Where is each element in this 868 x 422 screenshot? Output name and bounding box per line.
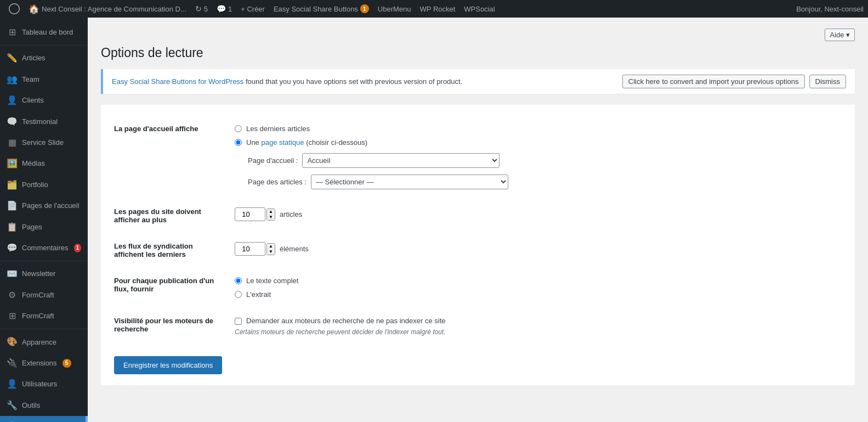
flux-spinner: ▲ ▼: [266, 243, 275, 255]
articles-spinner-down[interactable]: ▼: [267, 215, 275, 220]
noindex-checkbox-wrap: Demander aux moteurs de recherche de ne …: [235, 317, 842, 325]
flux-suffix: éléments: [280, 245, 309, 253]
radio-excerpt-label: L'extrait: [246, 290, 271, 299]
radio-page-input[interactable]: [235, 139, 242, 146]
sidebar-item-apparence[interactable]: 🎨 Apparence: [0, 331, 88, 352]
noindex-hint: Certains moteurs de recherche peuvent dé…: [235, 328, 842, 336]
sidebar-item-tableau-de-bord[interactable]: ⊞ Tableau de bord: [0, 22, 88, 43]
adminbar-user: Bonjour, Next-conseil: [796, 5, 864, 13]
form-wrap: La page d'accueil affiche Les derniers a…: [101, 105, 855, 385]
page-articles-row: Page des articles : — Sélectionner —: [248, 175, 842, 189]
dismiss-button[interactable]: Dismiss: [809, 75, 847, 88]
page-statique-link[interactable]: page statique: [261, 138, 304, 147]
sidebar-item-newsletter[interactable]: ✉️ Newsletter: [0, 263, 88, 284]
radio-posts-label: Les derniers articles: [246, 125, 310, 133]
commentaires-icon: 💬: [7, 242, 18, 254]
adminbar-create[interactable]: + Créer: [236, 0, 269, 18]
save-button[interactable]: Enregistrer les modifications: [114, 356, 222, 374]
articles-count-input[interactable]: 10: [235, 207, 265, 221]
flux-count-input[interactable]: 10: [235, 242, 265, 256]
sidebar-item-clients[interactable]: 👤 Clients: [0, 90, 88, 111]
medias-icon: 🖼️: [7, 157, 18, 170]
extensions-badge: 5: [63, 359, 71, 368]
sidebar-item-extensions[interactable]: 🔌 Extensions 5: [0, 353, 88, 374]
articles-spinner-up[interactable]: ▲: [267, 209, 275, 215]
newsletter-icon: ✉️: [7, 268, 18, 280]
row-publication: Pour chaque publication d'un flux, fourn…: [114, 268, 842, 308]
pages-icon: 📋: [7, 221, 18, 233]
aide-bar: Aide ▾: [101, 29, 855, 41]
flux-number-wrap: 10 ▲ ▼ éléments: [235, 242, 842, 256]
radio-derniers-articles: Les derniers articles: [235, 125, 842, 133]
row-articles-par-page: Les pages du site doivent afficher au pl…: [114, 199, 842, 233]
formcraft2-icon: ⊞: [7, 310, 18, 322]
notice-bar: Easy Social Share Buttons for WordPress …: [101, 69, 855, 94]
convert-button[interactable]: Click here to convert and import your pr…: [622, 75, 805, 88]
row-publication-content: Le texte complet L'extrait: [235, 268, 842, 308]
sidebar: ⊞ Tableau de bord ✏️ Articles 👥 Team 👤 C…: [0, 18, 88, 422]
row-visibilite-content: Demander aux moteurs de recherche de ne …: [235, 308, 842, 345]
articles-number-wrap: 10 ▲ ▼ articles: [235, 207, 842, 221]
row-flux-content: 10 ▲ ▼ éléments: [235, 233, 842, 268]
noindex-label: Demander aux moteurs de recherche de ne …: [246, 317, 445, 325]
sidebar-item-outils[interactable]: 🔧 Outils: [0, 395, 88, 416]
main-content: Aide ▾ Options de lecture Easy Social Sh…: [88, 18, 868, 422]
extensions-icon: 🔌: [7, 357, 18, 369]
adminbar-wpsocial[interactable]: WPSocial: [459, 0, 499, 18]
flux-spinner-up[interactable]: ▲: [267, 244, 275, 249]
row-homepage-content: Les derniers articles Une page statique …: [235, 116, 842, 199]
adminbar-essb[interactable]: Easy Social Share Buttons 1: [269, 0, 373, 18]
adminbar-comments[interactable]: 💬 1: [212, 0, 236, 18]
sidebar-item-service-slide[interactable]: ▦ Service Slide: [0, 132, 88, 153]
articles-icon: ✏️: [7, 52, 18, 64]
page-articles-label: Page des articles :: [248, 178, 307, 186]
sidebar-item-pages-accueil[interactable]: 📄 Pages de l'accueil: [0, 195, 88, 216]
flux-spinner-down[interactable]: ▼: [267, 249, 275, 255]
sidebar-item-medias[interactable]: 🖼️ Médias: [0, 153, 88, 174]
page-accueil-select[interactable]: Accueil: [302, 153, 500, 168]
utilisateurs-icon: 👤: [7, 378, 18, 390]
clients-icon: 👤: [7, 94, 18, 106]
page-articles-select[interactable]: — Sélectionner —: [311, 175, 508, 189]
notice-link[interactable]: Easy Social Share Buttons for WordPress: [112, 77, 243, 86]
aide-button[interactable]: Aide ▾: [825, 29, 855, 41]
sidebar-item-formcraft1[interactable]: ⚙ FormCraft: [0, 285, 88, 306]
apparence-icon: 🎨: [7, 336, 18, 348]
radio-texte-complet: Le texte complet: [235, 277, 842, 285]
admin-bar: 🏠 Next Conseil : Agence de Communication…: [0, 0, 868, 18]
notice-actions: Click here to convert and import your pr…: [622, 75, 846, 88]
radio-page-statique: Une page statique (choisir ci-dessous): [235, 138, 842, 147]
page-accueil-label: Page d'accueil :: [248, 156, 298, 165]
row-publication-label: Pour chaque publication d'un flux, fourn…: [114, 268, 235, 308]
sidebar-item-pages[interactable]: 📋 Pages: [0, 217, 88, 238]
sidebar-item-team[interactable]: 👥 Team: [0, 69, 88, 90]
formcraft1-icon: ⚙: [7, 289, 18, 301]
articles-suffix: articles: [280, 210, 302, 218]
row-homepage: La page d'accueil affiche Les derniers a…: [114, 116, 842, 199]
radio-full-input[interactable]: [235, 277, 242, 284]
sidebar-item-testimonial[interactable]: 🗨️ Testimonial: [0, 111, 88, 132]
essb-badge: 1: [360, 4, 369, 13]
noindex-checkbox[interactable]: [235, 318, 242, 325]
row-visibilite-label: Visibilité pour les moteurs de recherche: [114, 308, 235, 345]
sidebar-item-reglages[interactable]: ⚙️ Réglages: [0, 416, 88, 422]
homepage-radio-group: Les derniers articles Une page statique …: [235, 125, 842, 147]
adminbar-wp-logo[interactable]: [4, 0, 24, 18]
dashboard-icon: ⊞: [7, 26, 18, 38]
adminbar-site-name[interactable]: 🏠 Next Conseil : Agence de Communication…: [24, 0, 191, 18]
adminbar-ubermenu[interactable]: UberMenu: [373, 0, 416, 18]
sidebar-item-formcraft2[interactable]: ⊞ FormCraft: [0, 306, 88, 327]
sidebar-item-commentaires[interactable]: 💬 Commentaires 1: [0, 238, 88, 258]
portfolio-icon: 🗂️: [7, 179, 18, 191]
adminbar-wprocket[interactable]: WP Rocket: [416, 0, 460, 18]
service-slide-icon: ▦: [7, 137, 18, 149]
adminbar-updates[interactable]: ↻ 5: [191, 0, 212, 18]
radio-posts-input[interactable]: [235, 125, 242, 132]
row-articles-label: Les pages du site doivent afficher au pl…: [114, 199, 235, 233]
sidebar-item-articles[interactable]: ✏️ Articles: [0, 48, 88, 69]
sidebar-item-utilisateurs[interactable]: 👤 Utilisateurs: [0, 374, 88, 395]
row-homepage-label: La page d'accueil affiche: [114, 116, 235, 199]
sidebar-item-portfolio[interactable]: 🗂️ Portfolio: [0, 175, 88, 195]
radio-excerpt-input[interactable]: [235, 291, 242, 298]
articles-spinner: ▲ ▼: [266, 209, 275, 221]
